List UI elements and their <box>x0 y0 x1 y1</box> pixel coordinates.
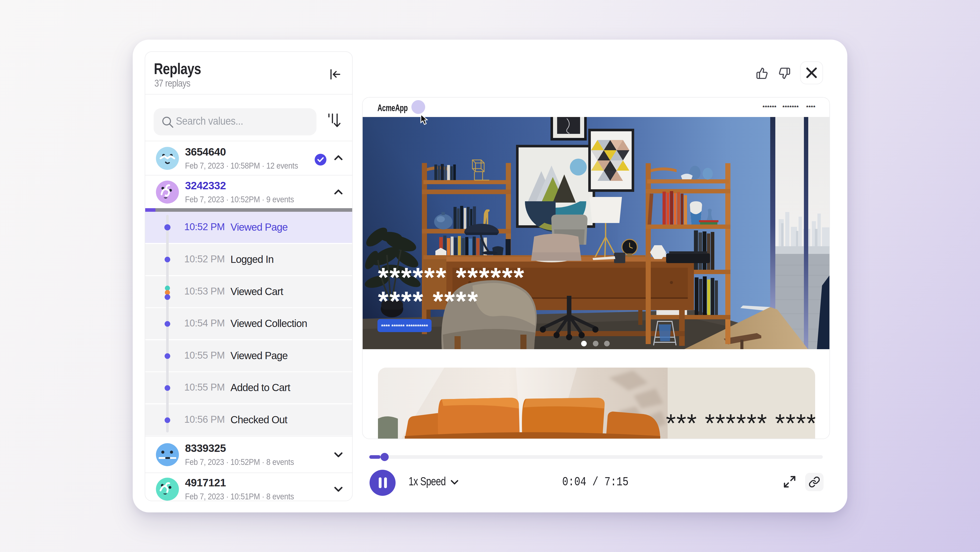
svg-text:*** ****** ****: *** ****** **** <box>666 409 815 437</box>
svg-text:**** ****: **** **** <box>378 286 479 316</box>
svg-text:**** ****** **********: **** ****** ********** <box>381 323 428 330</box>
